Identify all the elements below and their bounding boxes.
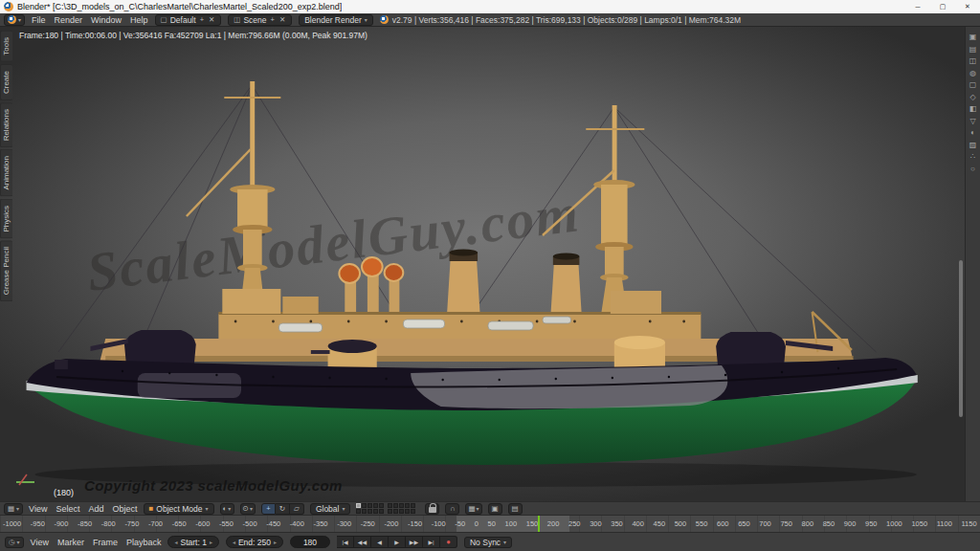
- mode-selector[interactable]: ■ Object Mode ▾: [144, 503, 214, 515]
- timeline-playhead[interactable]: [538, 516, 540, 532]
- delete-scene-button[interactable]: ✕: [278, 15, 286, 24]
- properties-tab-texture-icon[interactable]: ▨: [969, 142, 977, 149]
- next-keyframe-button[interactable]: ▶▶: [406, 536, 423, 548]
- chevron-down-icon: ▾: [17, 539, 20, 545]
- layer-toggle[interactable]: [368, 503, 372, 508]
- add-scene-button[interactable]: +: [270, 15, 276, 24]
- lock-to-scene-toggle[interactable]: [425, 503, 439, 515]
- layer-toggle[interactable]: [388, 509, 392, 514]
- delete-layout-button[interactable]: ✕: [208, 15, 215, 24]
- menubar-item[interactable]: Window: [91, 15, 122, 25]
- tool-shelf-tab[interactable]: Tools: [0, 31, 12, 62]
- manipulator-rotate-toggle[interactable]: ↻: [276, 503, 290, 515]
- ship-model[interactable]: [0, 27, 965, 501]
- add-layout-button[interactable]: +: [199, 15, 205, 24]
- timeline-menu-item[interactable]: Playback: [126, 538, 162, 547]
- layer-toggle[interactable]: [405, 503, 410, 508]
- viewport-3d[interactable]: ScaleModelGuy.com: [0, 27, 965, 501]
- previous-keyframe-button[interactable]: ◀◀: [354, 536, 371, 548]
- layer-toggle[interactable]: [399, 509, 404, 514]
- record-button[interactable]: ●: [440, 536, 457, 548]
- menubar-item[interactable]: Help: [130, 15, 148, 25]
- viewport-menu-item[interactable]: Object: [113, 504, 138, 514]
- layer-toggle[interactable]: [399, 503, 404, 508]
- layer-toggle[interactable]: [411, 503, 415, 508]
- viewport-menu-item[interactable]: Add: [88, 504, 103, 514]
- play-button[interactable]: ▶: [389, 536, 406, 548]
- properties-tab-render-icon[interactable]: ▣: [969, 33, 977, 41]
- scene-selector[interactable]: ◫ Scene + ✕: [228, 14, 292, 26]
- layer-toggle[interactable]: [411, 509, 415, 514]
- pivot-center-selector[interactable]: ⊙ ▾: [240, 503, 256, 515]
- snap-toggle[interactable]: ∩: [445, 503, 459, 515]
- layer-toggle[interactable]: [379, 503, 384, 508]
- properties-tab-data-icon[interactable]: ▽: [969, 118, 975, 125]
- layer-toggle[interactable]: [379, 509, 384, 514]
- jump-to-end-button[interactable]: ▶|: [423, 536, 440, 548]
- layer-toggle[interactable]: [393, 503, 398, 508]
- scene-statistics-text: v2.79 | Verts:356,416 | Faces:375,282 | …: [392, 15, 741, 25]
- tool-shelf-tab[interactable]: Animation: [0, 149, 12, 197]
- timeline-menu-item[interactable]: View: [31, 538, 49, 547]
- opengl-render-button[interactable]: ▣: [488, 503, 502, 515]
- layer-toggle[interactable]: [356, 509, 361, 514]
- av-sync-selector[interactable]: No Sync ▾: [464, 537, 512, 548]
- tool-shelf-tab[interactable]: Relations: [0, 102, 12, 147]
- properties-tab-world-icon[interactable]: ◍: [969, 70, 976, 77]
- maximize-button[interactable]: ▢: [930, 0, 955, 13]
- current-frame-field[interactable]: 180: [290, 536, 330, 548]
- increment-arrow-icon[interactable]: ▸: [274, 539, 277, 545]
- jump-to-start-button[interactable]: |◀: [337, 536, 354, 548]
- screen-layout-selector[interactable]: ▢ Default + ✕: [155, 14, 222, 26]
- manipulator-scale-toggle[interactable]: ▱: [290, 503, 304, 515]
- properties-tab-particles-icon[interactable]: ∴: [970, 153, 975, 161]
- tool-shelf-tab[interactable]: Create: [0, 64, 12, 100]
- properties-tab-object-icon[interactable]: ▢: [969, 81, 977, 89]
- snap-element-selector[interactable]: ▦ ▾: [465, 503, 481, 515]
- viewport-scrollbar[interactable]: [959, 260, 963, 417]
- opengl-render-anim-button[interactable]: ▤: [508, 503, 523, 515]
- layer-grid: [356, 503, 419, 514]
- decrement-arrow-icon[interactable]: ◂: [174, 539, 177, 545]
- manipulator-translate-toggle[interactable]: +: [261, 503, 276, 515]
- menubar-item[interactable]: File: [32, 15, 46, 25]
- layer-toggle[interactable]: [356, 503, 361, 508]
- tool-shelf-tab[interactable]: Grease Pencil: [0, 240, 12, 301]
- properties-tab-physics-icon[interactable]: ○: [970, 165, 975, 173]
- tool-shelf-tab[interactable]: Physics: [0, 199, 12, 239]
- editor-type-button-timeline[interactable]: ◷ ▾: [5, 537, 24, 548]
- minimize-button[interactable]: ─: [905, 0, 930, 13]
- layer-toggle[interactable]: [373, 509, 378, 514]
- timeline-menu-item[interactable]: Frame: [93, 538, 118, 547]
- layer-toggle[interactable]: [368, 509, 372, 514]
- close-button[interactable]: ✕: [955, 0, 980, 13]
- layer-toggle[interactable]: [388, 503, 392, 508]
- timeline-menu-item[interactable]: Marker: [57, 538, 84, 547]
- timeline-ruler[interactable]: -1000-950-900-850-800-750-700-650-600-55…: [0, 515, 980, 532]
- layer-toggle[interactable]: [405, 509, 410, 514]
- increment-arrow-icon[interactable]: ▸: [210, 539, 212, 545]
- menubar-item[interactable]: Render: [55, 15, 83, 25]
- decrement-arrow-icon[interactable]: ◂: [233, 539, 235, 545]
- viewport-shading-selector[interactable]: ◐ ▾: [220, 503, 234, 515]
- editor-type-button-3dview[interactable]: ▦ ▾: [4, 503, 23, 515]
- render-engine-selector[interactable]: Blender Render ▾: [299, 14, 373, 26]
- properties-tab-render-layers-icon[interactable]: ▤: [969, 46, 977, 54]
- layer-toggle[interactable]: [373, 503, 378, 508]
- info-editor-type-button[interactable]: ▾: [4, 14, 25, 26]
- viewport-menu-item[interactable]: Select: [56, 504, 79, 514]
- properties-tab-material-icon[interactable]: ◐: [970, 129, 975, 137]
- properties-tab-scene-icon[interactable]: ◫: [969, 57, 977, 65]
- start-frame-field[interactable]: ◂ Start: 1 ▸: [167, 536, 218, 548]
- timeline-header: ◷ ▾ ViewMarkerFramePlayback ◂ Start: 1 ▸…: [0, 532, 980, 551]
- properties-tab-constraints-icon[interactable]: ◇: [969, 94, 975, 101]
- layer-toggle[interactable]: [362, 503, 367, 508]
- play-reverse-button[interactable]: ◀: [371, 536, 389, 548]
- layer-toggle[interactable]: [362, 509, 367, 514]
- end-frame-field[interactable]: ◂ End: 250 ▸: [226, 536, 283, 548]
- viewport-menu-item[interactable]: View: [29, 504, 47, 514]
- transform-orientation-selector[interactable]: Global ▾: [310, 503, 351, 515]
- timeline-tick-label: 300: [590, 520, 602, 528]
- layer-toggle[interactable]: [393, 509, 398, 514]
- properties-tab-modifiers-icon[interactable]: ◧: [969, 105, 977, 113]
